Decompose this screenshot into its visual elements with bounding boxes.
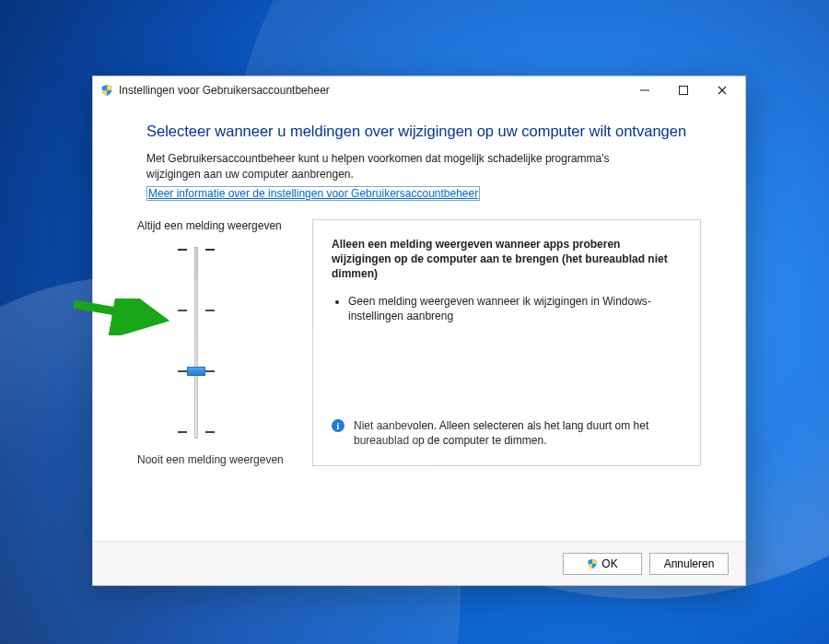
maximize-icon [679,86,688,95]
slider-label-bottom: Nooit een melding weergeven [137,453,312,466]
minimize-button[interactable] [625,76,664,104]
recommendation-note: i Niet aanbevolen. Alleen selecteren als… [332,400,682,448]
minimize-icon [640,86,649,95]
svg-rect-2 [680,87,688,95]
cancel-button[interactable]: Annuleren [649,553,729,575]
shield-icon [587,558,598,569]
page-heading: Selecteer wanneer u meldingen over wijzi… [146,123,701,140]
maximize-button[interactable] [664,76,703,104]
scroll-area[interactable]: Selecteer wanneer u meldingen over wijzi… [93,104,745,541]
window-title: Instellingen voor Gebruikersaccountbehee… [119,84,625,97]
slider-label-top: Altijd een melding weergeven [137,219,312,232]
close-icon [718,86,727,95]
shield-icon [100,84,113,97]
annotation-arrow-icon [70,299,181,335]
titlebar: Instellingen voor Gebruikersaccountbehee… [93,76,745,104]
svg-line-0 [74,304,158,319]
dialog-footer: OK Annuleren [93,541,745,585]
svg-rect-1 [640,90,649,91]
slider-track [194,247,198,439]
close-button[interactable] [703,76,741,104]
notification-slider[interactable] [165,241,229,444]
slider-thumb[interactable] [187,367,205,376]
level-title: Alleen een melding weergeven wanneer app… [332,237,682,282]
page-description: Met Gebruikersaccountbeheer kunt u helpe… [146,151,662,182]
ok-button[interactable]: OK [563,553,642,575]
info-icon: i [332,419,344,432]
client-area: Selecteer wanneer u meldingen over wijzi… [93,104,745,541]
uac-settings-window: Instellingen voor Gebruikersaccountbehee… [92,76,746,586]
level-description-panel: Alleen een melding weergeven wanneer app… [312,219,701,466]
learn-more-link[interactable]: Meer informatie over de instellingen voo… [146,186,480,201]
level-bullet: Geen melding weergeven wanneer ik wijzig… [348,294,682,323]
